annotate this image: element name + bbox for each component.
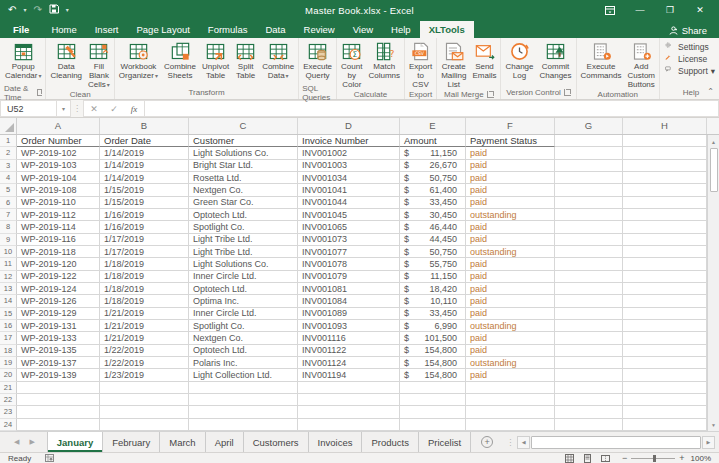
button-commit-changes[interactable]: CommitChanges (537, 39, 575, 81)
tab-insert[interactable]: Insert (86, 21, 128, 38)
cell-g13[interactable] (555, 283, 623, 295)
cell-a8[interactable]: WP-2019-114 (17, 221, 100, 233)
tab-review[interactable]: Review (295, 21, 344, 38)
row-number-12[interactable]: 12 (0, 271, 17, 283)
cell-a16[interactable]: WP-2019-131 (17, 320, 100, 332)
button-match-columns[interactable]: ?MatchColumns (365, 39, 403, 81)
cell-b7[interactable]: 1/16/2019 (100, 209, 189, 221)
customize-qat-icon[interactable]: ▾ (66, 5, 69, 15)
cell-a4[interactable]: WP-2019-104 (17, 172, 100, 184)
cell-c14[interactable]: Optima Inc. (189, 295, 298, 307)
cell-f3[interactable]: paid (466, 160, 555, 172)
page-layout-view-icon[interactable] (583, 454, 592, 463)
cell-b22[interactable] (100, 394, 189, 406)
row-number-10[interactable]: 10 (0, 246, 17, 258)
cell-f17[interactable]: paid (466, 332, 555, 344)
cell-b11[interactable]: 1/18/2019 (100, 258, 189, 270)
cell-a21[interactable] (17, 382, 100, 394)
cell-g14[interactable] (555, 295, 623, 307)
tab-page-layout[interactable]: Page Layout (127, 21, 198, 38)
row-number-18[interactable]: 18 (0, 345, 17, 357)
undo-icon[interactable]: ↶ (8, 5, 16, 15)
cell-a5[interactable]: WP-2019-108 (17, 184, 100, 196)
cell-d22[interactable] (298, 394, 400, 406)
scroll-up-icon[interactable]: ▲ (708, 135, 719, 148)
cell-g17[interactable] (555, 332, 623, 344)
cell-b3[interactable]: 1/14/2019 (100, 160, 189, 172)
cell-c24[interactable] (189, 419, 298, 431)
cell-b4[interactable]: 1/14/2019 (100, 172, 189, 184)
collapse-ribbon-icon[interactable]: ⌃ (707, 87, 714, 96)
button-popup-calendar[interactable]: PopupCalendar▾ (2, 39, 44, 81)
cell-g22[interactable] (555, 394, 623, 406)
row-number-6[interactable]: 6 (0, 197, 17, 209)
cell-a20[interactable]: WP-2019-139 (17, 369, 100, 381)
cell-a13[interactable]: WP-2019-124 (17, 283, 100, 295)
cell-f15[interactable]: paid (466, 308, 555, 320)
scroll-down-icon[interactable]: ▼ (708, 418, 719, 431)
cell-f9[interactable]: paid (466, 234, 555, 246)
cell-h21[interactable] (623, 382, 707, 394)
confirm-entry-icon[interactable]: ✓ (104, 104, 124, 114)
cell-b23[interactable] (100, 406, 189, 418)
row-number-11[interactable]: 11 (0, 258, 17, 270)
cell-e8[interactable]: $46,440 (400, 221, 466, 233)
cell-e20[interactable]: $154,800 (400, 369, 466, 381)
cell-f19[interactable]: outstanding (466, 357, 555, 369)
cell-a14[interactable]: WP-2019-126 (17, 295, 100, 307)
cell-c9[interactable]: Light Tribe Ltd. (189, 234, 298, 246)
cell-b10[interactable]: 1/17/2019 (100, 246, 189, 258)
cell-c22[interactable] (189, 394, 298, 406)
dialog-launcher-icon[interactable] (564, 89, 571, 96)
tab-help[interactable]: Help (382, 21, 420, 38)
zoom-out-icon[interactable]: − (622, 453, 627, 463)
cell-h8[interactable] (623, 221, 707, 233)
cell-g19[interactable] (555, 357, 623, 369)
cell-b5[interactable]: 1/15/2019 (100, 184, 189, 196)
cell-g2[interactable] (555, 147, 623, 159)
sheet-tab-april[interactable]: April (206, 432, 244, 452)
cell-h17[interactable] (623, 332, 707, 344)
cell-f16[interactable]: outstanding (466, 320, 555, 332)
button-split-table[interactable]: SplitTable (232, 39, 259, 81)
cell-b14[interactable]: 1/18/2019 (100, 295, 189, 307)
cell-h11[interactable] (623, 258, 707, 270)
button-unpivot-table[interactable]: UnpivotTable (199, 39, 232, 81)
button-combine-data[interactable]: CombineData▾ (259, 39, 297, 81)
cell-f20[interactable]: paid (466, 369, 555, 381)
cell-h3[interactable] (623, 160, 707, 172)
cell-g9[interactable] (555, 234, 623, 246)
button-workbook-organizer[interactable]: WorkbookOrganizer▾ (116, 39, 161, 81)
cell-b18[interactable]: 1/22/2019 (100, 345, 189, 357)
column-header-d[interactable]: D (298, 118, 400, 134)
cell-d14[interactable]: INV001084 (298, 295, 400, 307)
cell-b1[interactable]: Order Date (100, 135, 189, 147)
button-support[interactable]: Support▾ (665, 66, 715, 76)
cell-e24[interactable] (400, 419, 466, 431)
cell-f24[interactable] (466, 419, 555, 431)
zoom-percentage[interactable]: 100% (691, 454, 711, 463)
cell-b17[interactable]: 1/21/2019 (100, 332, 189, 344)
vertical-scrollbar[interactable]: ▲ ▼ (707, 135, 719, 431)
cell-g12[interactable] (555, 271, 623, 283)
cell-g11[interactable] (555, 258, 623, 270)
cell-h20[interactable] (623, 369, 707, 381)
cell-e13[interactable]: $18,420 (400, 283, 466, 295)
cell-e10[interactable]: $50,750 (400, 246, 466, 258)
sheet-tab-march[interactable]: March (160, 432, 205, 452)
button-execute-querty[interactable]: ExecuteQuerty (300, 39, 335, 81)
column-header-h[interactable]: H (623, 118, 707, 134)
vertical-scroll-thumb[interactable] (710, 148, 718, 192)
button-add-custom-buttons[interactable]: Add CustomButtons (624, 39, 658, 90)
row-number-17[interactable]: 17 (0, 332, 17, 344)
insert-function-icon[interactable]: fx (124, 104, 144, 114)
cell-e6[interactable]: $33,450 (400, 197, 466, 209)
column-header-f[interactable]: F (466, 118, 555, 134)
cell-c4[interactable]: Rosetta Ltd. (189, 172, 298, 184)
cell-b13[interactable]: 1/18/2019 (100, 283, 189, 295)
cell-a2[interactable]: WP-2019-102 (17, 147, 100, 159)
cell-e18[interactable]: $154,800 (400, 345, 466, 357)
button-license[interactable]: License (665, 54, 707, 64)
cell-h2[interactable] (623, 147, 707, 159)
cell-f21[interactable] (466, 382, 555, 394)
